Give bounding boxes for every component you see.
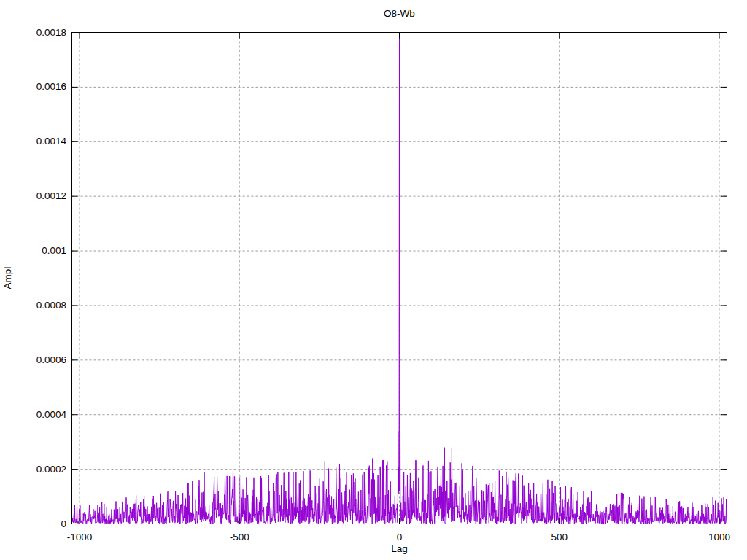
y-tick-label: 0.0014: [0, 136, 66, 147]
y-axis-label: Ampl: [2, 267, 14, 289]
x-tick-label: -500: [210, 532, 268, 543]
x-tick-label: 500: [530, 532, 589, 543]
x-tick-label: 1000: [690, 532, 747, 543]
chart-canvas: [0, 0, 747, 560]
y-tick-label: 0.0004: [0, 409, 66, 421]
y-tick-label: 0.001: [0, 245, 66, 257]
y-tick-label: 0: [0, 518, 66, 530]
y-tick-label: 0.0012: [0, 190, 66, 202]
y-tick-label: 0.0006: [0, 354, 66, 366]
chart-title: O8-Wb: [71, 8, 727, 20]
x-tick-label: -1000: [50, 532, 109, 543]
y-tick-label: 0.0016: [0, 81, 66, 93]
correlation-chart: O8-Wb Ampl Lag -1000-5000500100000.00020…: [0, 0, 747, 560]
series-line: [72, 33, 727, 524]
x-tick-label: 0: [371, 532, 429, 543]
y-tick-label: 0.0002: [0, 464, 66, 475]
y-tick-label: 0.0018: [0, 27, 66, 39]
x-axis-label: Lag: [71, 543, 727, 555]
y-tick-label: 0.0008: [0, 300, 66, 311]
